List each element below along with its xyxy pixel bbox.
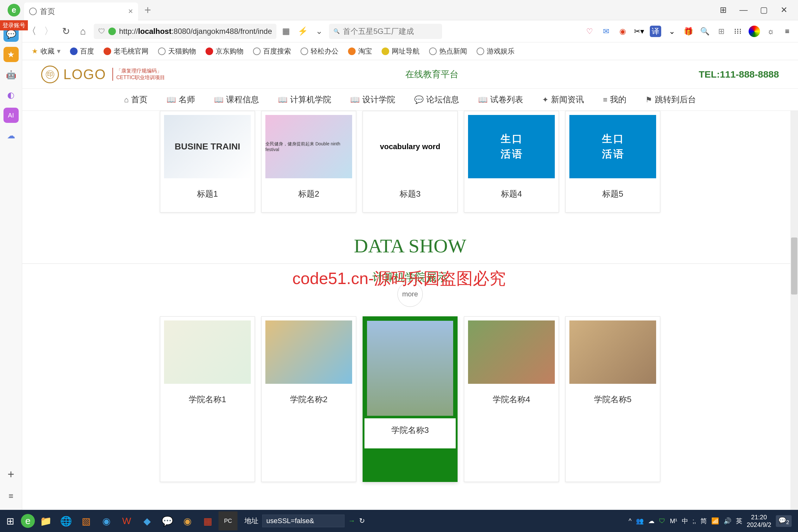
nav-mine[interactable]: ≡我的 (603, 94, 626, 105)
nav-teacher[interactable]: 📖名师 (167, 94, 195, 105)
scrollbar-thumb[interactable] (791, 238, 797, 294)
taskbar-address-input[interactable] (262, 515, 344, 527)
theme-icon[interactable]: ☼ (765, 26, 777, 37)
tray-shield-icon[interactable]: 🛡 (659, 517, 665, 525)
weibo-icon[interactable]: ◉ (617, 26, 628, 37)
ime-indicator-5[interactable]: 英 (736, 517, 742, 525)
nav-cs[interactable]: 📖计算机学院 (278, 94, 331, 105)
bookmark-taobao[interactable]: 淘宝 (348, 46, 372, 56)
taskbar-browser-icon[interactable]: e (21, 514, 35, 528)
card-item[interactable]: 生口活语 标题5 (565, 111, 660, 212)
minimize-button[interactable]: — (737, 5, 750, 15)
tray-volume-icon[interactable]: 🔊 (724, 517, 732, 525)
taskbar-app-icon[interactable]: ◉ (178, 511, 197, 530)
close-window-button[interactable]: ✕ (778, 5, 791, 15)
taskbar-refresh-button[interactable]: ↻ (359, 517, 365, 525)
taskbar-app2-icon[interactable]: ▦ (198, 511, 217, 530)
nav-course[interactable]: 📖课程信息 (214, 94, 259, 105)
chevron-down-icon[interactable]: ⌄ (314, 26, 325, 37)
bookmark-laomaotao[interactable]: 老毛桃官网 (103, 46, 149, 56)
url-input[interactable]: 🛡 http://localhost:8080/djangokm488/fron… (94, 24, 277, 39)
qr-icon[interactable]: ▦ (281, 26, 292, 37)
nav-news[interactable]: ✦新闻资讯 (542, 94, 584, 105)
sidebar-cloud-icon[interactable]: ☁ (3, 128, 19, 143)
card-item[interactable]: vocabulary word 标题3 (363, 111, 458, 212)
bookmark-tmall[interactable]: 天猫购物 (158, 46, 196, 56)
flash-icon[interactable]: ⚡ (297, 26, 308, 37)
scrollbar-track[interactable] (791, 111, 798, 510)
forward-button[interactable]: 〉 (42, 25, 55, 38)
nav-admin[interactable]: ⚑跳转到后台 (645, 94, 696, 105)
gift-icon[interactable]: 🎁 (683, 26, 694, 37)
notification-button[interactable]: 💬2 (776, 515, 792, 527)
bookmark-baidu[interactable]: 百度 (70, 46, 94, 56)
ime-indicator-4[interactable]: 简 (701, 517, 707, 525)
card-item[interactable]: 学院名称5 (565, 316, 660, 482)
tab-close-button[interactable]: × (128, 6, 133, 16)
taskbar-sublime-icon[interactable]: ▧ (77, 511, 96, 530)
chevron-down-icon-2[interactable]: ⌄ (666, 26, 678, 37)
taskbar-explorer-icon[interactable]: 📁 (36, 511, 55, 530)
card-item-hovered[interactable]: 学院名称3 (363, 316, 458, 482)
search-box[interactable]: 🔍 (329, 24, 442, 39)
nav-exam[interactable]: 📖试卷列表 (478, 94, 523, 105)
bookmark-baidusearch[interactable]: 百度搜索 (253, 46, 291, 56)
taskbar-edge-icon[interactable]: ◉ (97, 511, 116, 530)
sidebar-list-icon[interactable]: ≡ (3, 488, 19, 504)
browser-tab[interactable]: 首页 × (24, 2, 138, 20)
layout-icon[interactable]: ⊞ (717, 5, 729, 15)
card-item[interactable]: 学院名称2 (261, 316, 356, 482)
ime-indicator-1[interactable]: M¹ (670, 517, 677, 525)
sidebar-ai-icon[interactable]: ◐ (3, 88, 19, 102)
taskbar-clock[interactable]: 21:20 2024/9/2 (747, 513, 772, 529)
menu-icon[interactable]: ≡ (781, 26, 793, 37)
bookmark-nav[interactable]: 网址导航 (382, 46, 420, 56)
card-item[interactable]: 学院名称4 (464, 316, 559, 482)
taskbar-wechat-icon[interactable]: 💬 (158, 511, 177, 530)
search-input[interactable] (343, 27, 438, 36)
site-logo[interactable]: ㊞ LOGO 「康复理疗规编码」 CETTIC职业培训项目 (41, 65, 165, 83)
nav-design[interactable]: 📖设计学院 (350, 94, 395, 105)
taskbar-go-button[interactable]: → (348, 517, 355, 525)
tray-chevron-icon[interactable]: ^ (629, 517, 631, 525)
ime-indicator-2[interactable]: 中 (682, 517, 688, 525)
mail-icon[interactable]: ✉ (601, 26, 612, 37)
login-badge[interactable]: 登录账号 (0, 20, 28, 31)
card-item[interactable]: 生口活语 标题4 (464, 111, 559, 212)
scissors-icon[interactable]: ✂▾ (633, 26, 645, 37)
color-circle-icon[interactable] (748, 26, 760, 37)
taskbar-chrome-icon[interactable]: 🌐 (56, 511, 75, 530)
reload-button[interactable]: ↻ (59, 25, 72, 38)
bookmark-games[interactable]: 游戏娱乐 (477, 46, 515, 56)
magnify-icon[interactable]: 🔍 (699, 26, 710, 37)
favorites-button[interactable]: ★收藏▾ (32, 46, 60, 56)
bookmark-office[interactable]: 轻松办公 (301, 46, 339, 56)
bookmark-jd[interactable]: 京东购物 (206, 46, 244, 56)
bookmark-news[interactable]: 热点新闻 (429, 46, 467, 56)
maximize-button[interactable]: ▢ (758, 5, 770, 15)
tray-cloud-icon[interactable]: ☁ (648, 517, 654, 525)
home-button[interactable]: ⌂ (77, 25, 89, 38)
ime-indicator-3[interactable]: ;, (692, 517, 696, 525)
tray-people-icon[interactable]: 👥 (636, 517, 644, 525)
sidebar-star-icon[interactable]: ★ (3, 47, 19, 62)
start-button[interactable]: ⊞ (1, 511, 20, 530)
card-item[interactable]: BUSINE TRAINI 标题1 (160, 111, 255, 212)
taskbar-wps-icon[interactable]: W (117, 511, 136, 530)
translate-icon[interactable]: 译 (650, 26, 661, 37)
sidebar-ai2-icon[interactable]: AI (3, 108, 19, 123)
apps-icon[interactable]: ⁝⁝⁝ (732, 26, 743, 37)
sidebar-robot-icon[interactable]: 🤖 (3, 67, 19, 82)
card-item[interactable]: 全民健身，健身提前起来 Double ninth festival 标题2 (261, 111, 356, 212)
content-scroll[interactable]: BUSINE TRAINI 标题1 全民健身，健身提前起来 Double nin… (22, 111, 798, 510)
tray-wifi-icon[interactable]: 📶 (711, 517, 719, 525)
nav-forum[interactable]: 💬论坛信息 (414, 94, 459, 105)
card-item[interactable]: 学院名称1 (160, 316, 255, 482)
nav-home[interactable]: ⌂首页 (124, 94, 148, 105)
heart-icon[interactable]: ♡ (584, 26, 595, 37)
sidebar-add-button[interactable]: + (3, 467, 19, 482)
new-tab-button[interactable]: + (145, 3, 151, 17)
taskbar-pycharm-icon[interactable]: PC (218, 511, 238, 530)
puzzle-icon[interactable]: ⊞ (716, 26, 727, 37)
taskbar-dingtalk-icon[interactable]: ◆ (137, 511, 156, 530)
